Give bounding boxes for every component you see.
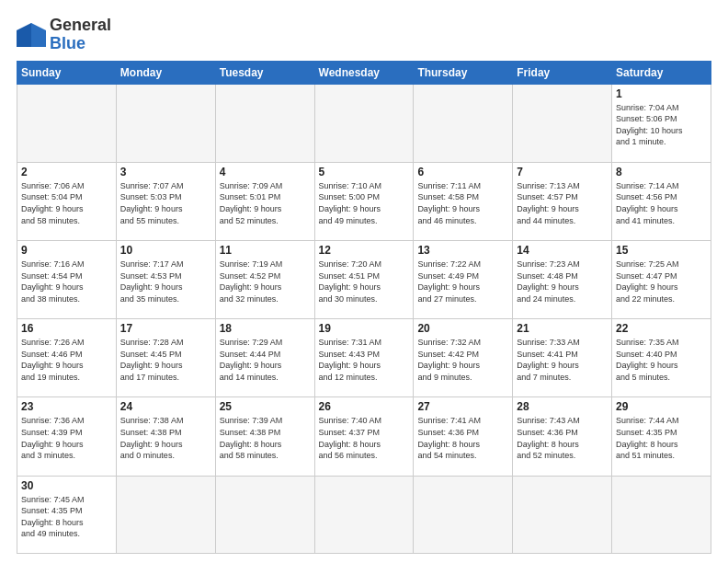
weekday-header-row: SundayMondayTuesdayWednesdayThursdayFrid… xyxy=(17,61,711,84)
day-number: 21 xyxy=(517,322,608,335)
calendar-cell: 22Sunrise: 7:35 AMSunset: 4:40 PMDayligh… xyxy=(612,319,711,397)
day-number: 8 xyxy=(616,166,707,178)
day-info: Sunrise: 7:33 AMSunset: 4:41 PMDaylight:… xyxy=(517,337,608,383)
svg-marker-3 xyxy=(17,23,31,47)
calendar-cell: 26Sunrise: 7:40 AMSunset: 4:37 PMDayligh… xyxy=(314,397,414,476)
weekday-header-thursday: Thursday xyxy=(414,61,513,84)
day-number: 4 xyxy=(220,166,311,178)
day-info: Sunrise: 7:43 AMSunset: 4:36 PMDaylight:… xyxy=(517,415,608,461)
calendar-week-row: 16Sunrise: 7:26 AMSunset: 4:46 PMDayligh… xyxy=(17,319,711,397)
day-info: Sunrise: 7:29 AMSunset: 4:44 PMDaylight:… xyxy=(220,337,311,383)
day-info: Sunrise: 7:06 AMSunset: 5:04 PMDaylight:… xyxy=(21,180,112,226)
day-number: 26 xyxy=(319,400,410,413)
calendar-cell xyxy=(612,476,711,553)
calendar-cell: 2Sunrise: 7:06 AMSunset: 5:04 PMDaylight… xyxy=(17,162,117,240)
calendar-cell: 19Sunrise: 7:31 AMSunset: 4:43 PMDayligh… xyxy=(314,319,414,397)
day-info: Sunrise: 7:41 AMSunset: 4:36 PMDaylight:… xyxy=(417,415,508,461)
calendar-cell: 24Sunrise: 7:38 AMSunset: 4:38 PMDayligh… xyxy=(116,397,215,476)
day-number: 28 xyxy=(517,400,608,413)
calendar-cell: 29Sunrise: 7:44 AMSunset: 4:35 PMDayligh… xyxy=(612,397,711,476)
day-number: 24 xyxy=(120,400,211,413)
calendar-cell xyxy=(314,476,414,553)
day-info: Sunrise: 7:26 AMSunset: 4:46 PMDaylight:… xyxy=(21,337,112,383)
day-number: 29 xyxy=(616,400,707,413)
day-info: Sunrise: 7:35 AMSunset: 4:40 PMDaylight:… xyxy=(616,337,707,383)
calendar-cell: 12Sunrise: 7:20 AMSunset: 4:51 PMDayligh… xyxy=(314,240,414,318)
calendar-page: GeneralBlue SundayMondayTuesdayWednesday… xyxy=(0,0,728,563)
calendar-cell: 6Sunrise: 7:11 AMSunset: 4:58 PMDaylight… xyxy=(414,162,513,240)
day-info: Sunrise: 7:10 AMSunset: 5:00 PMDaylight:… xyxy=(319,180,410,226)
header: GeneralBlue xyxy=(17,17,711,53)
calendar-cell: 9Sunrise: 7:16 AMSunset: 4:54 PMDaylight… xyxy=(17,240,117,318)
logo-icon xyxy=(17,23,46,47)
calendar-cell xyxy=(414,476,513,553)
day-number: 7 xyxy=(517,166,608,178)
calendar-cell: 28Sunrise: 7:43 AMSunset: 4:36 PMDayligh… xyxy=(513,397,612,476)
calendar-table: SundayMondayTuesdayWednesdayThursdayFrid… xyxy=(17,61,711,554)
day-info: Sunrise: 7:13 AMSunset: 4:57 PMDaylight:… xyxy=(517,180,608,226)
day-info: Sunrise: 7:16 AMSunset: 4:54 PMDaylight:… xyxy=(21,259,112,304)
day-info: Sunrise: 7:22 AMSunset: 4:49 PMDaylight:… xyxy=(417,259,508,304)
day-number: 18 xyxy=(220,322,311,335)
calendar-cell xyxy=(513,476,612,553)
calendar-cell: 8Sunrise: 7:14 AMSunset: 4:56 PMDaylight… xyxy=(612,162,711,240)
day-info: Sunrise: 7:39 AMSunset: 4:38 PMDaylight:… xyxy=(220,415,311,461)
calendar-cell: 1Sunrise: 7:04 AMSunset: 5:06 PMDaylight… xyxy=(612,84,711,162)
day-number: 5 xyxy=(319,166,410,178)
calendar-week-row: 9Sunrise: 7:16 AMSunset: 4:54 PMDaylight… xyxy=(17,240,711,318)
calendar-cell: 4Sunrise: 7:09 AMSunset: 5:01 PMDaylight… xyxy=(215,162,314,240)
calendar-cell: 11Sunrise: 7:19 AMSunset: 4:52 PMDayligh… xyxy=(215,240,314,318)
calendar-cell: 20Sunrise: 7:32 AMSunset: 4:42 PMDayligh… xyxy=(414,319,513,397)
day-info: Sunrise: 7:17 AMSunset: 4:53 PMDaylight:… xyxy=(120,259,211,304)
logo-wordmark: GeneralBlue xyxy=(50,17,111,53)
calendar-cell xyxy=(215,84,314,162)
day-number: 19 xyxy=(319,322,410,335)
day-number: 15 xyxy=(616,244,707,257)
calendar-cell xyxy=(513,84,612,162)
weekday-header-wednesday: Wednesday xyxy=(314,61,414,84)
day-info: Sunrise: 7:23 AMSunset: 4:48 PMDaylight:… xyxy=(517,259,608,304)
day-info: Sunrise: 7:11 AMSunset: 4:58 PMDaylight:… xyxy=(417,180,508,226)
day-info: Sunrise: 7:14 AMSunset: 4:56 PMDaylight:… xyxy=(616,180,707,226)
weekday-header-monday: Monday xyxy=(116,61,215,84)
day-info: Sunrise: 7:38 AMSunset: 4:38 PMDaylight:… xyxy=(120,415,211,461)
calendar-cell: 13Sunrise: 7:22 AMSunset: 4:49 PMDayligh… xyxy=(414,240,513,318)
calendar-cell xyxy=(314,84,414,162)
day-number: 11 xyxy=(220,244,311,257)
day-info: Sunrise: 7:07 AMSunset: 5:03 PMDaylight:… xyxy=(120,180,211,226)
day-info: Sunrise: 7:45 AMSunset: 4:35 PMDaylight:… xyxy=(21,494,112,540)
calendar-cell xyxy=(116,476,215,553)
svg-marker-4 xyxy=(31,23,46,47)
calendar-cell: 17Sunrise: 7:28 AMSunset: 4:45 PMDayligh… xyxy=(116,319,215,397)
day-number: 3 xyxy=(120,166,211,178)
weekday-header-friday: Friday xyxy=(513,61,612,84)
day-number: 13 xyxy=(417,244,508,257)
day-info: Sunrise: 7:31 AMSunset: 4:43 PMDaylight:… xyxy=(319,337,410,383)
weekday-header-tuesday: Tuesday xyxy=(215,61,314,84)
day-info: Sunrise: 7:25 AMSunset: 4:47 PMDaylight:… xyxy=(616,259,707,304)
calendar-cell xyxy=(215,476,314,553)
calendar-cell: 18Sunrise: 7:29 AMSunset: 4:44 PMDayligh… xyxy=(215,319,314,397)
day-number: 25 xyxy=(220,400,311,413)
day-info: Sunrise: 7:19 AMSunset: 4:52 PMDaylight:… xyxy=(220,259,311,304)
calendar-cell: 27Sunrise: 7:41 AMSunset: 4:36 PMDayligh… xyxy=(414,397,513,476)
calendar-cell: 15Sunrise: 7:25 AMSunset: 4:47 PMDayligh… xyxy=(612,240,711,318)
day-number: 30 xyxy=(21,479,112,492)
day-number: 14 xyxy=(517,244,608,257)
day-number: 2 xyxy=(21,166,112,178)
day-number: 10 xyxy=(120,244,211,257)
calendar-week-row: 23Sunrise: 7:36 AMSunset: 4:39 PMDayligh… xyxy=(17,397,711,476)
calendar-week-row: 30Sunrise: 7:45 AMSunset: 4:35 PMDayligh… xyxy=(17,476,711,553)
day-number: 16 xyxy=(21,322,112,335)
calendar-week-row: 2Sunrise: 7:06 AMSunset: 5:04 PMDaylight… xyxy=(17,162,711,240)
day-number: 9 xyxy=(21,244,112,257)
calendar-cell: 30Sunrise: 7:45 AMSunset: 4:35 PMDayligh… xyxy=(17,476,117,553)
weekday-header-sunday: Sunday xyxy=(17,61,117,84)
day-info: Sunrise: 7:36 AMSunset: 4:39 PMDaylight:… xyxy=(21,415,112,461)
calendar-cell: 23Sunrise: 7:36 AMSunset: 4:39 PMDayligh… xyxy=(17,397,117,476)
logo: GeneralBlue xyxy=(17,17,111,53)
calendar-cell xyxy=(116,84,215,162)
calendar-cell: 25Sunrise: 7:39 AMSunset: 4:38 PMDayligh… xyxy=(215,397,314,476)
calendar-cell: 5Sunrise: 7:10 AMSunset: 5:00 PMDaylight… xyxy=(314,162,414,240)
calendar-week-row: 1Sunrise: 7:04 AMSunset: 5:06 PMDaylight… xyxy=(17,84,711,162)
